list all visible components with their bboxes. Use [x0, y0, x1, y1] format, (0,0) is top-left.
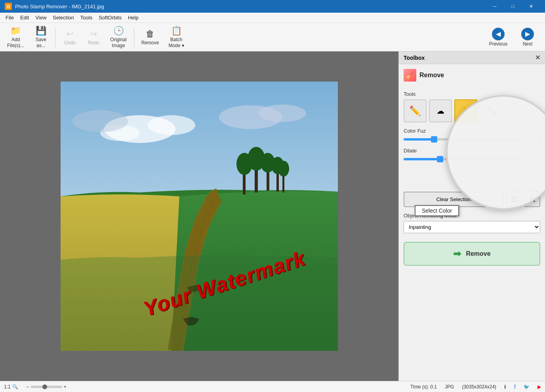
toolbox-close-button[interactable]: ✕ — [535, 54, 540, 61]
menu-help[interactable]: Help — [125, 13, 142, 22]
format-label: JPG — [445, 384, 454, 390]
dilate-thumb[interactable] — [437, 156, 443, 162]
remove-icon: 🗑 — [146, 29, 154, 39]
photo-canvas — [61, 82, 338, 351]
zoom-icon: 🔍 — [12, 384, 18, 390]
zoom-track[interactable] — [30, 386, 62, 388]
color-fuz-section: Color Fuz 0 — [404, 128, 540, 142]
close-button[interactable]: ✕ — [522, 0, 540, 13]
add-files-label: AddFile(s)... — [7, 37, 24, 48]
menu-softorbits[interactable]: SoftOrbits — [95, 13, 125, 22]
remove-section-label: Remove — [419, 72, 444, 79]
color-fuz-track[interactable] — [404, 138, 525, 141]
menu-tools[interactable]: Tools — [77, 13, 95, 22]
previous-button[interactable]: ◀ Previous — [484, 25, 513, 49]
remove-action-label: Remove — [466, 250, 490, 257]
add-files-button[interactable]: 📁 AddFile(s)... — [3, 25, 28, 49]
batch-mode-button[interactable]: 📋 BatchMode ▾ — [164, 25, 188, 49]
nav-buttons: ◀ Previous ▶ Next — [484, 25, 542, 49]
zoom-handle[interactable] — [42, 384, 47, 389]
menu-file[interactable]: File — [2, 13, 17, 22]
tools-section: Tools ✏️ ☁ ✨ 🔨 — [404, 91, 540, 122]
toolbox-body: 🧹 Remove Tools ✏️ ☁ ✨ 🔨 Color Fuz — [399, 64, 545, 270]
undo-button[interactable]: ↩ Undo — [59, 25, 81, 49]
app-icon: 🖼 — [5, 3, 12, 10]
previous-icon: ◀ — [492, 28, 505, 40]
remove-label: Remove — [141, 40, 159, 46]
svg-point-16 — [278, 161, 289, 177]
redo-button[interactable]: ↪ Redo — [82, 25, 105, 49]
menu-selection[interactable]: Selection — [50, 13, 77, 22]
toolbar: 📁 AddFile(s)... 💾 Saveas... ↩ Undo ↪ Red… — [0, 23, 545, 51]
redo-label: Redo — [88, 40, 99, 46]
social-twitter-icon[interactable]: 🐦 — [524, 384, 530, 390]
magic-wand-tool-button[interactable]: ✨ — [454, 99, 477, 122]
save-as-icon: 💾 — [36, 26, 46, 36]
color-fuz-row: 0 — [404, 136, 540, 142]
actions-row: Clear Selection ⊡ ⊞ — [404, 191, 540, 207]
redo-icon: ↪ — [90, 29, 97, 39]
next-icon: ▶ — [521, 28, 534, 40]
selection-icon-button-1[interactable]: ⊡ — [506, 191, 522, 207]
title-left: 🖼 Photo Stamp Remover - IMG_2141.jpg — [5, 3, 104, 10]
window-controls: ─ □ ✕ — [486, 0, 540, 13]
previous-label: Previous — [489, 41, 508, 47]
next-button[interactable]: ▶ Next — [513, 25, 542, 49]
tools-row: ✏️ ☁ ✨ 🔨 — [404, 99, 540, 122]
object-removing-mode-select[interactable]: Inpainting Smart Fill Clone — [404, 221, 540, 233]
canvas-area[interactable]: Your Watermark — [0, 51, 398, 381]
dilate-label: Dilate — [404, 148, 431, 154]
dilate-section: Dilate 2 — [404, 148, 540, 162]
status-info: Time (s): 0.1 JPG (3035x3024x24) ℹ f 🐦 ▶ — [410, 384, 541, 390]
zoom-plus-icon[interactable]: + — [64, 384, 67, 390]
select-color-tooltip: Select Color — [415, 205, 459, 216]
batch-mode-label: BatchMode ▾ — [168, 37, 184, 48]
remove-button[interactable]: 🗑 Remove — [137, 25, 163, 49]
maximize-button[interactable]: □ — [504, 0, 522, 13]
batch-mode-icon: 📋 — [171, 26, 182, 36]
zoom-slider-container: − + — [26, 384, 67, 390]
info-icon[interactable]: ℹ — [504, 384, 506, 390]
dilate-value: 2 — [528, 156, 540, 162]
color-fuz-value: 0 — [528, 136, 540, 142]
social-facebook-icon[interactable]: f — [514, 384, 516, 390]
tools-label: Tools — [404, 91, 540, 97]
status-bar: 1:1 🔍 − + Time (s): 0.1 JPG (3035x3024x2… — [0, 381, 545, 392]
save-as-button[interactable]: 💾 Saveas... — [30, 25, 52, 49]
toolbox-title: Toolbox — [404, 55, 425, 61]
zoom-minus-icon[interactable]: − — [26, 384, 29, 390]
clear-selection-button[interactable]: Clear Selection — [404, 192, 504, 207]
stamp-tool-button[interactable]: 🔨 — [480, 99, 503, 122]
lasso-tool-button[interactable]: ☁ — [429, 99, 452, 122]
selection-icon-button-2[interactable]: ⊞ — [524, 191, 540, 207]
color-fuz-label: Color Fuz — [404, 128, 431, 134]
social-youtube-icon[interactable]: ▶ — [537, 384, 541, 390]
color-fuz-fill — [404, 138, 434, 141]
remove-section-header: 🧹 Remove — [404, 69, 540, 82]
menu-view[interactable]: View — [32, 13, 50, 22]
original-image-label: OriginalImage — [110, 37, 126, 48]
remove-action-button[interactable]: ➡ Remove — [404, 242, 540, 266]
menu-bar: File Edit View Selection Tools SoftOrbit… — [0, 13, 545, 23]
app-title: Photo Stamp Remover - IMG_2141.jpg — [15, 4, 104, 10]
original-image-icon: 🕒 — [113, 26, 124, 36]
separator-2 — [134, 27, 134, 47]
main-area: Your Watermark Toolbox ✕ 🧹 Remove Tools … — [0, 51, 545, 381]
svg-point-5 — [259, 105, 306, 122]
color-fuz-thumb[interactable] — [431, 136, 437, 143]
toolbox-header: Toolbox ✕ — [399, 51, 545, 64]
original-image-button[interactable]: 🕒 OriginalImage — [106, 25, 130, 49]
minimize-button[interactable]: ─ — [486, 0, 504, 13]
svg-point-6 — [72, 110, 128, 132]
dilate-fill — [404, 158, 440, 160]
dimensions-label: (3035x3024x24) — [462, 384, 496, 390]
image-container: Your Watermark — [61, 82, 338, 351]
remove-section-icon: 🧹 — [404, 69, 416, 82]
dilate-track[interactable] — [404, 158, 525, 160]
svg-point-14 — [236, 153, 252, 175]
save-as-label: Saveas... — [36, 37, 46, 48]
next-label: Next — [523, 41, 533, 47]
undo-label: Undo — [64, 40, 76, 46]
menu-edit[interactable]: Edit — [17, 13, 32, 22]
pencil-tool-button[interactable]: ✏️ — [404, 99, 427, 122]
